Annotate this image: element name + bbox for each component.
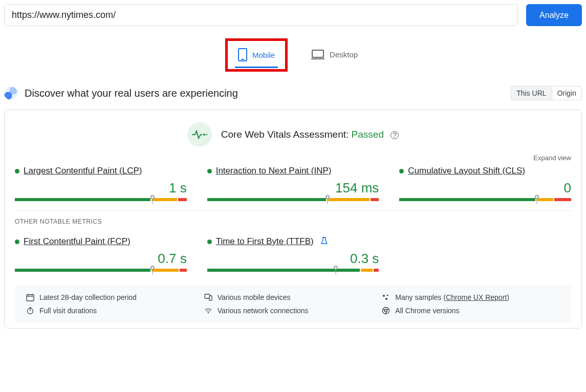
desktop-icon xyxy=(311,49,324,60)
metric-ttfb: Time to First Byte (TTFB) 0.3 s xyxy=(207,236,379,272)
discover-title: Discover what your real users are experi… xyxy=(25,88,238,99)
assessment-status: Passed xyxy=(352,129,384,140)
data-summary-footer: Latest 28-day collection period Various … xyxy=(15,285,571,323)
metric-lcp-value: 1 s xyxy=(15,180,187,196)
scope-this-url[interactable]: This URL xyxy=(511,86,552,100)
metric-inp-name[interactable]: Interaction to Next Paint (INP) xyxy=(216,166,332,176)
footer-period: Latest 28-day collection period xyxy=(39,293,137,301)
calendar-icon xyxy=(26,293,34,301)
pulse-icon xyxy=(187,122,212,147)
chrome-ux-report-link[interactable]: Chrome UX Report xyxy=(446,293,507,301)
metric-ttfb-bar xyxy=(207,269,379,272)
status-dot-good xyxy=(15,169,19,173)
svg-rect-2 xyxy=(312,50,323,57)
users-icon xyxy=(4,86,17,100)
metric-lcp-name[interactable]: Largest Contentful Paint (LCP) xyxy=(24,166,142,176)
footer-durations: Full visit durations xyxy=(39,307,97,315)
metric-lcp-bar xyxy=(15,198,187,201)
analyze-button[interactable]: Analyze xyxy=(526,4,582,26)
svg-rect-7 xyxy=(27,295,34,301)
divider xyxy=(15,210,571,211)
scope-toggle: This URL Origin xyxy=(511,86,582,100)
metric-inp-bar xyxy=(207,198,379,201)
metric-inp-value: 154 ms xyxy=(207,180,379,196)
svg-point-15 xyxy=(385,298,387,300)
tab-desktop[interactable]: Desktop xyxy=(308,45,361,66)
scatter-icon xyxy=(382,293,390,301)
assessment-text: Core Web Vitals Assessment: Passed ? xyxy=(221,129,399,140)
url-input[interactable] xyxy=(4,4,518,26)
metric-ttfb-value: 0.3 s xyxy=(207,251,379,267)
metric-ttfb-name[interactable]: Time to First Byte (TTFB) xyxy=(216,236,314,247)
metric-cls-bar xyxy=(399,198,571,201)
svg-point-4 xyxy=(203,134,205,136)
status-dot-good xyxy=(207,169,212,173)
footer-versions: All Chrome versions xyxy=(395,307,459,315)
footer-devices: Various mobile devices xyxy=(218,293,291,301)
svg-point-14 xyxy=(387,295,388,296)
vitals-card: Core Web Vitals Assessment: Passed ? Exp… xyxy=(4,110,582,329)
metric-cls-value: 0 xyxy=(399,180,571,196)
status-dot-good xyxy=(15,239,19,244)
status-dot-good xyxy=(399,169,404,173)
metric-cls: Cumulative Layout Shift (CLS) 0 xyxy=(399,166,571,201)
footer-network: Various network connections xyxy=(218,307,309,315)
mobile-tab-highlight: Mobile xyxy=(225,38,288,72)
svg-point-13 xyxy=(383,295,385,297)
wifi-icon xyxy=(204,307,212,315)
tab-desktop-label: Desktop xyxy=(330,50,358,59)
devices-icon xyxy=(204,293,212,301)
experimental-icon xyxy=(321,237,328,246)
metric-lcp: Largest Contentful Paint (LCP) 1 s xyxy=(15,166,187,201)
other-metrics-label: OTHER NOTABLE METRICS xyxy=(15,218,571,225)
metric-fcp-bar xyxy=(15,269,187,272)
metric-fcp-value: 0.7 s xyxy=(15,251,187,267)
tab-mobile[interactable]: Mobile xyxy=(235,44,278,68)
scope-origin[interactable]: Origin xyxy=(552,86,581,100)
help-icon[interactable]: ? xyxy=(390,131,399,139)
tab-mobile-label: Mobile xyxy=(252,51,275,59)
metric-fcp-name[interactable]: First Contentful Paint (FCP) xyxy=(24,236,131,247)
metric-inp: Interaction to Next Paint (INP) 154 ms xyxy=(207,166,379,201)
metric-cls-name[interactable]: Cumulative Layout Shift (CLS) xyxy=(408,166,525,176)
status-dot-good xyxy=(207,239,212,244)
chrome-icon xyxy=(382,307,390,315)
mobile-icon xyxy=(238,48,247,61)
footer-samples: Many samples (Chrome UX Report) xyxy=(395,293,509,301)
metric-fcp: First Contentful Paint (FCP) 0.7 s xyxy=(15,236,187,272)
timer-icon xyxy=(26,307,34,315)
expand-view-link[interactable]: Expand view xyxy=(533,154,571,162)
svg-rect-12 xyxy=(209,296,212,300)
svg-point-19 xyxy=(207,312,209,314)
device-tabs: Mobile Desktop xyxy=(4,38,582,72)
